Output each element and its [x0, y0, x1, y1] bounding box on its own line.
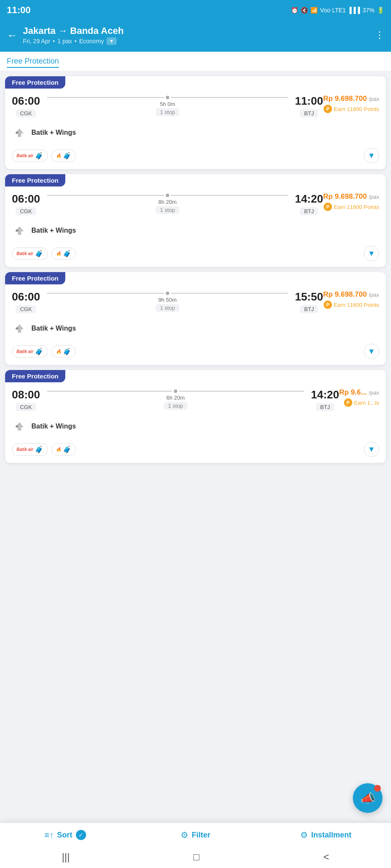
header-subtitle: Fri, 29 Apr • 1 pax • Economy ▼: [23, 37, 370, 45]
baggage-logo-2: 🔥: [56, 153, 61, 158]
flight-card: Free Protection 06:00 CGK 9h 50m 1 stop: [5, 272, 386, 365]
arr-airport: BTJ: [300, 207, 318, 215]
installment-icon: ⚙: [300, 830, 308, 840]
departure-info: 06:00 CGK: [12, 95, 40, 117]
menu-button[interactable]: |||: [62, 851, 70, 863]
baggage-logo-2: 🔥: [56, 447, 61, 452]
flights-list: Free Protection 06:00 CGK 5h 0m 1 stop: [0, 71, 391, 524]
sort-check-icon: ✓: [76, 830, 86, 840]
arrival-info: 14:20 BTJ: [311, 388, 339, 411]
dep-airport: CGK: [16, 207, 36, 215]
signal-icon: Voo LTE1 ▐▐▐: [320, 7, 360, 14]
wifi-icon: 📶: [310, 7, 318, 14]
status-bar: 11:00 ⏰ 🔇 📶 Voo LTE1 ▐▐▐ 37%🔋: [0, 0, 391, 20]
flight-price: Rp 9.698.700 /pax P Earn 11600 Points: [323, 290, 379, 309]
airline-icon: [12, 125, 27, 140]
price-value: Rp 9.698.700: [323, 192, 367, 200]
separator2: •: [75, 38, 77, 45]
per-pax: /pax: [369, 292, 379, 298]
airline-icon: [12, 223, 27, 238]
line-dot: [174, 389, 177, 393]
flight-baggage: Batik air 🧳 🔥 🧳 ▼: [5, 145, 386, 169]
fab-button[interactable]: 📣: [353, 783, 383, 813]
baggage-icon-2: 🧳: [63, 348, 71, 356]
status-icons: ⏰ 🔇 📶 Voo LTE1 ▐▐▐ 37%🔋: [291, 7, 384, 14]
departure-info: 08:00 CGK: [12, 388, 40, 411]
svg-point-3: [16, 425, 18, 428]
line-left: [47, 195, 164, 196]
flight-times: 08:00 CGK 6h 20m 1 stop 14:20 BTJ: [12, 388, 339, 411]
points-text: Earn 11600 Points: [334, 204, 379, 210]
airline-info: Batik + Wings: [5, 317, 386, 340]
flight-card: Free Protection 06:00 CGK 8h 20m 1 stop: [5, 174, 386, 267]
pax-count: 1 pax: [58, 38, 72, 45]
baggage-icon-2: 🧳: [63, 152, 71, 160]
baggage-item-2: 🔥 🧳: [51, 150, 76, 162]
baggage-icon-1: 🧳: [35, 152, 43, 160]
sort-icon: ≡↑: [45, 830, 54, 840]
dep-time: 06:00: [12, 290, 40, 303]
arrival-info: 15:50 BTJ: [295, 290, 323, 313]
expand-button-1[interactable]: ▼: [364, 148, 379, 163]
free-protection-badge: Free Protection: [5, 370, 386, 382]
baggage-items: Batik air 🧳 🔥 🧳: [12, 345, 76, 358]
flight-class: Economy: [79, 38, 104, 45]
airline-name: Batik + Wings: [31, 325, 76, 332]
svg-point-2: [16, 327, 18, 330]
free-protection-tab[interactable]: Free Protection: [0, 52, 391, 71]
dep-airport: CGK: [16, 305, 36, 313]
flight-price: Rp 9.6... /pax P Earn 1...ts: [339, 388, 379, 407]
dep-time: 06:00: [12, 95, 40, 108]
points-icon: P: [324, 300, 332, 309]
flight-main: 06:00 CGK 8h 20m 1 stop 14:20 BTJ: [5, 186, 386, 220]
flight-duration: 6h 20m 1 stop: [47, 389, 304, 410]
back-button[interactable]: ←: [7, 29, 18, 42]
flight-baggage: Batik air 🧳 🔥 🧳 ▼: [5, 242, 386, 267]
airline-info: Batik + Wings: [5, 415, 386, 438]
flight-times: 06:00 CGK 5h 0m 1 stop 11:00 BTJ: [12, 95, 323, 117]
battery-icon: 37%: [363, 7, 374, 14]
flight-times: 06:00 CGK 8h 20m 1 stop 14:20 BTJ: [12, 192, 323, 215]
flight-baggage: Batik air 🧳 🔥 🧳 ▼: [5, 340, 386, 365]
flight-baggage: Batik air 🧳 🔥 🧳 ▼: [5, 438, 386, 463]
sort-label: Sort: [57, 831, 73, 840]
filter-button[interactable]: ⚙ Filter: [130, 830, 260, 840]
departure-info: 06:00 CGK: [12, 290, 40, 313]
baggage-items: Batik air 🧳 🔥 🧳: [12, 150, 76, 162]
duration-text: 8h 20m: [47, 199, 288, 205]
baggage-item-2: 🔥 🧳: [51, 248, 76, 260]
back-nav-button[interactable]: <: [323, 851, 329, 863]
per-pax: /pax: [369, 389, 379, 396]
arr-airport: BTJ: [300, 305, 318, 313]
mute-icon: 🔇: [301, 7, 308, 14]
header-info: Jakarta → Banda Aceh Fri, 29 Apr • 1 pax…: [23, 25, 370, 45]
airline-name: Batik + Wings: [31, 227, 76, 234]
baggage-item-1: Batik air 🧳: [12, 345, 48, 358]
arr-time: 14:20: [295, 192, 323, 206]
line-right: [171, 97, 288, 98]
more-options-button[interactable]: ⋮: [375, 30, 384, 41]
points-info: P Earn 11600 Points: [323, 300, 379, 309]
baggage-items: Batik air 🧳 🔥 🧳: [12, 248, 76, 260]
line-dot: [166, 292, 169, 295]
class-dropdown[interactable]: ▼: [106, 37, 117, 45]
arr-time: 14:20: [311, 388, 339, 401]
baggage-logo-1: Batik air: [17, 447, 33, 452]
free-protection-badge: Free Protection: [5, 272, 386, 284]
expand-button-3[interactable]: ▼: [364, 344, 379, 359]
line-left: [47, 391, 172, 392]
separator1: •: [53, 38, 55, 45]
installment-button[interactable]: ⚙ Installment: [261, 830, 391, 840]
free-protection-badge: Free Protection: [5, 76, 386, 89]
duration-line: [47, 194, 288, 197]
airline-info: Batik + Wings: [5, 122, 386, 145]
alarm-icon: ⏰: [291, 7, 298, 14]
free-protection-badge: Free Protection: [5, 174, 386, 186]
expand-button-2[interactable]: ▼: [364, 246, 379, 261]
sort-button[interactable]: ≡↑ Sort ✓: [0, 830, 130, 840]
home-button[interactable]: □: [193, 851, 200, 863]
baggage-logo-1: Batik air: [17, 349, 33, 354]
dep-time: 08:00: [12, 388, 40, 401]
expand-button-4[interactable]: ▼: [364, 442, 379, 457]
points-text: Earn 11600 Points: [334, 302, 379, 308]
